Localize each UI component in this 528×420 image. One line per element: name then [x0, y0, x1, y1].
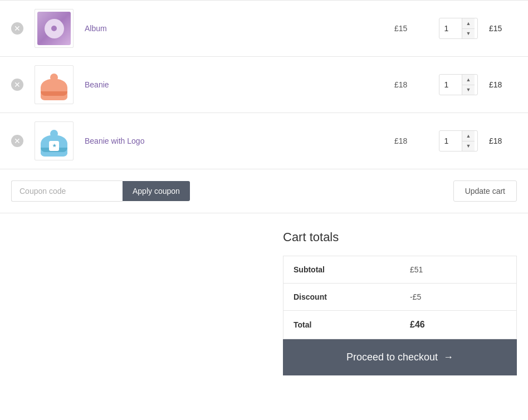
- beanie-logo-subtotal-cell: £18: [483, 113, 528, 169]
- cart-row-album: ✕ Album £15 ▲: [0, 1, 528, 57]
- beanie-image: [35, 65, 74, 104]
- album-quantity-spinners: ▲ ▼: [462, 18, 475, 38]
- subtotal-label: Subtotal: [283, 256, 400, 284]
- album-subtotal: £15: [489, 24, 502, 33]
- beanie-stripe-shape: [41, 91, 67, 96]
- album-quantity-input[interactable]: [439, 21, 462, 36]
- proceed-to-checkout-button[interactable]: Proceed to checkout →: [283, 339, 517, 375]
- cart-totals-title: Cart totals: [283, 230, 517, 245]
- beanie-logo-qty-up[interactable]: ▲: [462, 131, 475, 141]
- beanie-name-cell: Beanie: [79, 57, 389, 113]
- beanie-subtotal: £18: [489, 80, 502, 89]
- album-img-visual: [37, 12, 71, 45]
- beanie-logo-image: ★: [35, 121, 74, 160]
- page-container: ✕ Album £15 ▲: [0, 0, 528, 420]
- apply-coupon-button[interactable]: Apply coupon: [123, 181, 190, 201]
- beanie-logo-quantity-cell: ▲ ▼: [433, 113, 483, 169]
- album-price: £15: [394, 24, 407, 33]
- beanie-logo-quantity-input[interactable]: [439, 133, 462, 149]
- beanie-logo-badge-shape: ★: [49, 141, 59, 151]
- beanie-logo-price-cell: £18: [389, 113, 433, 169]
- checkout-arrow-icon: →: [443, 351, 453, 363]
- beanie-logo-link[interactable]: Beanie with Logo: [85, 136, 144, 145]
- beanie-quantity-wrapper: ▲ ▼: [439, 74, 478, 95]
- beanie-logo-img-visual: ★: [39, 126, 70, 157]
- beanie-image-cell: [29, 57, 79, 113]
- beanie-logo-quantity-wrapper: ▲ ▼: [439, 130, 478, 152]
- album-quantity-wrapper: ▲ ▼: [439, 18, 478, 39]
- album-name-cell: Album: [79, 1, 389, 57]
- beanie-logo-qty-down[interactable]: ▼: [462, 141, 475, 151]
- album-price-cell: £15: [389, 1, 433, 57]
- beanie-body-shape: [41, 79, 67, 100]
- checkout-label: Proceed to checkout: [346, 351, 438, 363]
- cart-row-beanie-logo: ✕ ★ Beanie with Logo: [0, 113, 528, 169]
- album-link[interactable]: Album: [85, 24, 107, 33]
- beanie-quantity-spinners: ▲ ▼: [462, 75, 475, 95]
- beanie-logo-price: £18: [394, 136, 407, 145]
- discount-label: Discount: [283, 284, 400, 311]
- checkout-btn-wrapper: Proceed to checkout →: [283, 339, 517, 375]
- cart-totals-box: Cart totals Subtotal £51 Discount -£5 To…: [283, 230, 517, 339]
- beanie-logo-body-shape: ★: [41, 135, 67, 157]
- totals-subtotal-row: Subtotal £51: [283, 256, 517, 284]
- subtotal-value: £51: [400, 256, 517, 284]
- total-label: Total: [283, 311, 400, 339]
- coupon-section: Apply coupon Update cart: [0, 169, 528, 213]
- cart-totals-section: Cart totals Subtotal £51 Discount -£5 To…: [0, 213, 528, 339]
- totals-discount-row: Discount -£5: [283, 284, 517, 311]
- beanie-logo-pom-shape: [50, 130, 58, 138]
- beanie-logo-quantity-spinners: ▲ ▼: [462, 131, 475, 151]
- beanie-img-visual: [39, 70, 70, 100]
- remove-album-button[interactable]: ✕: [11, 22, 23, 35]
- totals-table: Subtotal £51 Discount -£5 Total £46: [283, 256, 517, 339]
- total-value: £46: [400, 311, 517, 339]
- beanie-qty-down[interactable]: ▼: [462, 85, 475, 95]
- remove-beanie-button[interactable]: ✕: [11, 79, 23, 91]
- beanie-logo-name-cell: Beanie with Logo: [79, 113, 389, 169]
- remove-beanie-logo-button[interactable]: ✕: [11, 135, 23, 147]
- beanie-pom-shape: [50, 74, 58, 81]
- beanie-logo-subtotal: £18: [489, 136, 502, 145]
- discount-value: -£5: [400, 284, 517, 311]
- album-image-cell: [29, 1, 79, 57]
- beanie-price-cell: £18: [389, 57, 433, 113]
- cart-row-beanie: ✕ Beanie £18: [0, 57, 528, 113]
- beanie-subtotal-cell: £18: [483, 57, 528, 113]
- beanie-price: £18: [394, 80, 407, 89]
- coupon-input[interactable]: [11, 180, 123, 202]
- album-subtotal-cell: £15: [483, 1, 528, 57]
- beanie-logo-image-cell: ★: [29, 113, 79, 169]
- album-image: [35, 9, 74, 48]
- album-quantity-cell: ▲ ▼: [433, 1, 483, 57]
- album-qty-down[interactable]: ▼: [462, 28, 475, 38]
- beanie-link[interactable]: Beanie: [85, 80, 109, 89]
- cart-table: ✕ Album £15 ▲: [0, 0, 528, 169]
- album-qty-up[interactable]: ▲: [462, 18, 475, 28]
- beanie-qty-up[interactable]: ▲: [462, 75, 475, 85]
- totals-total-row: Total £46: [283, 311, 517, 339]
- beanie-quantity-cell: ▲ ▼: [433, 57, 483, 113]
- update-cart-button[interactable]: Update cart: [453, 180, 517, 202]
- beanie-quantity-input[interactable]: [439, 77, 462, 92]
